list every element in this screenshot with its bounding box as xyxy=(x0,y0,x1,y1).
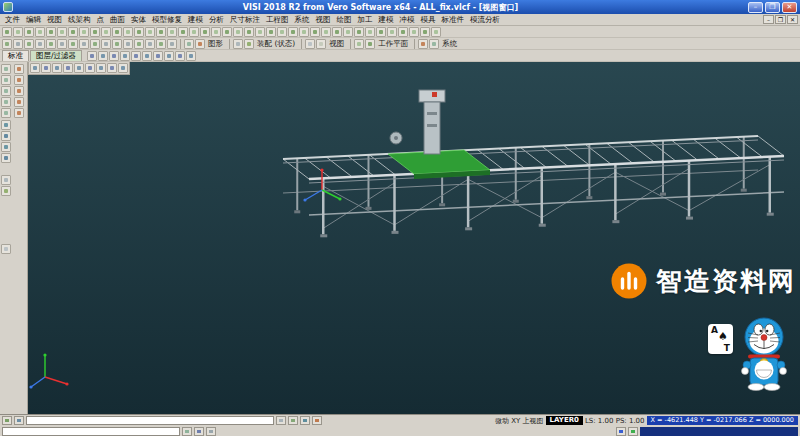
group-icon[interactable] xyxy=(305,39,315,49)
toolbar-icon[interactable] xyxy=(431,27,441,37)
child-restore-button[interactable]: ❐ xyxy=(775,15,786,24)
toolbar-icon[interactable] xyxy=(90,27,100,37)
status-icon[interactable] xyxy=(194,427,204,436)
toolbar-icon[interactable] xyxy=(156,27,166,37)
toolbar-icon[interactable] xyxy=(35,39,45,49)
toolbar-icon[interactable] xyxy=(343,27,353,37)
toolbar-icon[interactable] xyxy=(222,27,232,37)
quickbar-icon[interactable] xyxy=(74,63,84,73)
toolbar-icon[interactable] xyxy=(123,27,133,37)
group-icon[interactable] xyxy=(429,39,439,49)
menu-item[interactable]: 线架构 xyxy=(65,15,94,25)
quickbar-icon[interactable] xyxy=(41,63,51,73)
toolbar-icon[interactable] xyxy=(167,39,177,49)
toolbar-icon[interactable] xyxy=(211,27,221,37)
status-icon[interactable] xyxy=(182,427,192,436)
group-icon[interactable] xyxy=(316,39,326,49)
group-icon[interactable] xyxy=(184,39,194,49)
menu-item[interactable]: 建模 xyxy=(185,15,206,25)
toolbar-icon[interactable] xyxy=(409,27,419,37)
close-button[interactable]: ✕ xyxy=(782,2,797,13)
tab-layer-filter[interactable]: 图层/过滤器 xyxy=(30,50,82,61)
toolbar-icon[interactable] xyxy=(200,27,210,37)
sidebar-icon[interactable] xyxy=(14,75,24,85)
toolbar-icon[interactable] xyxy=(398,27,408,37)
sidebar-icon[interactable] xyxy=(1,131,11,141)
sidebar-icon[interactable] xyxy=(14,86,24,96)
toolbar-icon[interactable] xyxy=(24,39,34,49)
toolbar-icon[interactable] xyxy=(354,27,364,37)
menu-item[interactable]: 加工 xyxy=(355,15,376,25)
snap-mode-label[interactable]: 微动 XY 上视图 xyxy=(495,416,544,426)
menu-item[interactable]: 工程图 xyxy=(263,15,292,25)
sidebar-icon[interactable] xyxy=(1,97,11,107)
menu-item[interactable]: 模具 xyxy=(418,15,439,25)
group-icon[interactable] xyxy=(354,39,364,49)
toolbar-icon[interactable] xyxy=(101,39,111,49)
group-icon[interactable] xyxy=(233,39,243,49)
toolbar-icon[interactable] xyxy=(57,27,67,37)
menu-item[interactable]: 点 xyxy=(94,15,108,25)
child-minimize-button[interactable]: – xyxy=(763,15,774,24)
toolbar-icon[interactable] xyxy=(57,39,67,49)
toolbar-icon[interactable] xyxy=(134,27,144,37)
toolbar-icon[interactable] xyxy=(244,27,254,37)
group-icon[interactable] xyxy=(195,39,205,49)
toolbar-icon[interactable] xyxy=(109,51,119,61)
toolbar-icon[interactable] xyxy=(134,39,144,49)
sidebar-icon[interactable] xyxy=(1,142,11,152)
toolbar-icon[interactable] xyxy=(255,27,265,37)
toolbar-icon[interactable] xyxy=(299,27,309,37)
toolbar-icon[interactable] xyxy=(376,27,386,37)
tab-standard[interactable]: 标准 xyxy=(2,50,29,61)
toolbar-icon[interactable] xyxy=(145,27,155,37)
status-icon[interactable] xyxy=(288,416,298,425)
sidebar-icon[interactable] xyxy=(1,64,11,74)
layer-badge[interactable]: LAYER0 xyxy=(546,416,583,425)
menu-item[interactable]: 冲模 xyxy=(397,15,418,25)
sidebar-icon[interactable] xyxy=(1,86,11,96)
menu-item[interactable]: 模流分析 xyxy=(467,15,503,25)
prompt-input[interactable] xyxy=(2,427,180,436)
ribbon-group-workplane[interactable]: 工作平面 xyxy=(375,39,411,49)
toolbar-icon[interactable] xyxy=(68,27,78,37)
quickbar-icon[interactable] xyxy=(85,63,95,73)
toolbar-icon[interactable] xyxy=(2,27,12,37)
group-icon[interactable] xyxy=(418,39,428,49)
toolbar-icon[interactable] xyxy=(365,27,375,37)
menu-item[interactable]: 视图 xyxy=(313,15,334,25)
menu-item[interactable]: 系统 xyxy=(292,15,313,25)
maximize-button[interactable]: ❐ xyxy=(765,2,780,13)
sidebar-icon[interactable] xyxy=(1,186,11,196)
toolbar-icon[interactable] xyxy=(24,27,34,37)
quickbar-icon[interactable] xyxy=(63,63,73,73)
child-close-button[interactable]: ✕ xyxy=(787,15,798,24)
toolbar-icon[interactable] xyxy=(175,51,185,61)
toolbar-icon[interactable] xyxy=(35,27,45,37)
quickbar-icon[interactable] xyxy=(30,63,40,73)
sidebar-icon[interactable] xyxy=(1,120,11,130)
toolbar-icon[interactable] xyxy=(387,27,397,37)
menu-item[interactable]: 建模 xyxy=(376,15,397,25)
toolbar-icon[interactable] xyxy=(112,39,122,49)
toolbar-icon[interactable] xyxy=(420,27,430,37)
color-swatch-green[interactable] xyxy=(628,427,638,436)
status-icon[interactable] xyxy=(312,416,322,425)
toolbar-icon[interactable] xyxy=(90,39,100,49)
status-icon[interactable] xyxy=(276,416,286,425)
sidebar-icon[interactable] xyxy=(1,108,11,118)
status-icon[interactable] xyxy=(14,416,24,425)
ribbon-group-view[interactable]: 视图 xyxy=(326,39,347,49)
toolbar-icon[interactable] xyxy=(120,51,130,61)
toolbar-icon[interactable] xyxy=(145,39,155,49)
status-icon[interactable] xyxy=(206,427,216,436)
menu-item[interactable]: 尺寸标注 xyxy=(227,15,263,25)
toolbar-icon[interactable] xyxy=(79,39,89,49)
toolbar-icon[interactable] xyxy=(186,51,196,61)
sidebar-icon[interactable] xyxy=(14,97,24,107)
toolbar-icon[interactable] xyxy=(332,27,342,37)
viewport-canvas[interactable]: 智造资料网 A ♠ T xyxy=(28,62,800,414)
sidebar-icon[interactable] xyxy=(14,64,24,74)
minimize-button[interactable]: – xyxy=(748,2,763,13)
toolbar-icon[interactable] xyxy=(142,51,152,61)
